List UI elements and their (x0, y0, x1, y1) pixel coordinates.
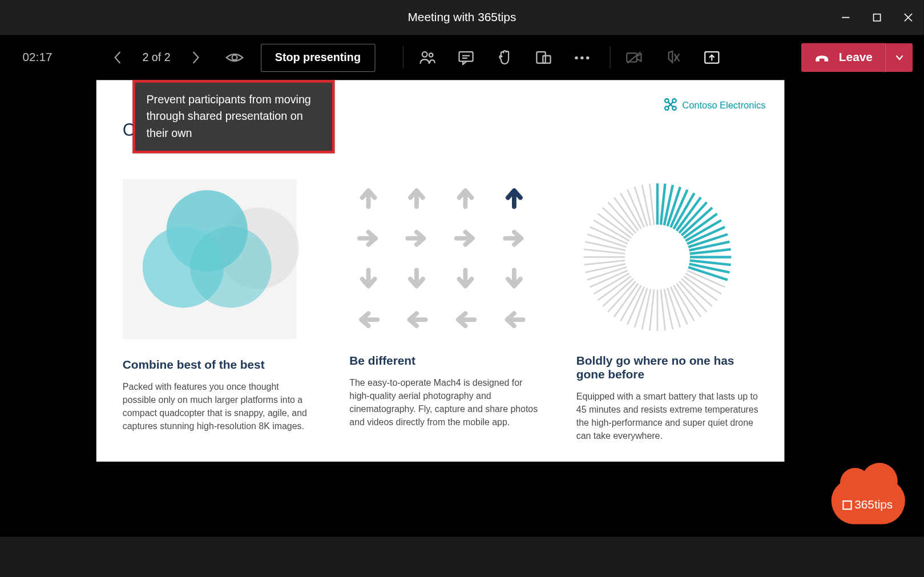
svg-line-52 (661, 289, 665, 330)
svg-line-66 (586, 264, 626, 272)
toolbar-separator (610, 46, 610, 68)
office-icon (842, 500, 852, 509)
arrows-graphic (349, 179, 539, 335)
svg-line-55 (642, 289, 651, 329)
mic-muted-icon[interactable] (664, 49, 682, 66)
watermark-label: 365tips (854, 498, 893, 511)
slide-column-3: Boldly go where no one has gone before E… (576, 179, 766, 443)
svg-line-70 (586, 242, 626, 251)
watermark-365tips: 365tips (832, 478, 905, 524)
svg-rect-11 (543, 56, 550, 63)
svg-rect-1 (874, 14, 881, 21)
chat-icon[interactable] (457, 49, 475, 66)
leave-button-group: Leave (801, 43, 913, 72)
svg-line-82 (650, 184, 655, 225)
meeting-timer: 02:17 (22, 51, 52, 64)
prev-slide-button[interactable] (108, 49, 126, 66)
radial-graphic (576, 179, 739, 335)
tooltip-text: Prevent participants from moving through… (146, 93, 310, 139)
col3-heading: Boldly go where no one has gone before (576, 354, 766, 381)
minimize-button[interactable] (830, 0, 861, 35)
meeting-toolbar: 02:17 2 of 2 Stop presenting Leave (0, 35, 924, 80)
venn-graphic (123, 179, 297, 339)
private-view-tooltip: Prevent participants from moving through… (132, 80, 334, 153)
svg-point-6 (429, 53, 433, 57)
leave-label: Leave (839, 51, 873, 64)
svg-rect-12 (627, 53, 637, 62)
stop-presenting-button[interactable]: Stop presenting (261, 43, 376, 71)
col2-body: The easy-to-operate Mach4 is designed fo… (349, 377, 539, 429)
svg-rect-7 (459, 52, 473, 61)
col3-body: Equipped with a smart battery that lasts… (576, 390, 766, 443)
raise-hand-icon[interactable] (496, 49, 514, 66)
svg-line-67 (584, 260, 626, 265)
share-content-icon[interactable] (703, 49, 720, 66)
svg-line-69 (584, 249, 626, 254)
leave-button[interactable]: Leave (801, 43, 885, 72)
camera-off-icon[interactable] (626, 49, 643, 66)
svg-line-51 (664, 289, 673, 329)
slide-column-2: Be different The easy-to-operate Mach4 i… (349, 179, 539, 443)
col1-body: Packed with features you once thought po… (123, 380, 312, 433)
svg-point-4 (232, 55, 237, 60)
svg-point-5 (422, 52, 427, 57)
svg-rect-10 (536, 52, 545, 63)
window-title: Meeting with 365tips (407, 11, 516, 25)
maximize-button[interactable] (861, 0, 893, 35)
leave-more-button[interactable] (885, 43, 913, 72)
svg-line-81 (642, 185, 651, 225)
col1-heading: Combine best of the best (123, 358, 312, 372)
participants-icon[interactable] (418, 49, 436, 66)
close-button[interactable] (893, 0, 924, 35)
brand-text: Contoso Electronics (682, 99, 765, 110)
brand-logo: Contoso Electronics (663, 98, 765, 111)
svg-line-54 (650, 289, 655, 330)
rooms-icon[interactable] (535, 49, 552, 66)
slide-navigator: 2 of 2 (108, 49, 204, 66)
toolbar-separator (402, 46, 403, 68)
meeting-window: Meeting with 365tips 02:17 2 of 2 Stop p… (0, 0, 924, 536)
slide-counter: 2 of 2 (139, 51, 175, 64)
slide-column-1: Combine best of the best Packed with fea… (123, 179, 312, 443)
titlebar: Meeting with 365tips (0, 0, 924, 35)
next-slide-button[interactable] (187, 49, 204, 66)
private-view-toggle[interactable] (222, 45, 247, 70)
more-actions-button[interactable] (574, 49, 591, 66)
col2-heading: Be different (349, 354, 539, 368)
